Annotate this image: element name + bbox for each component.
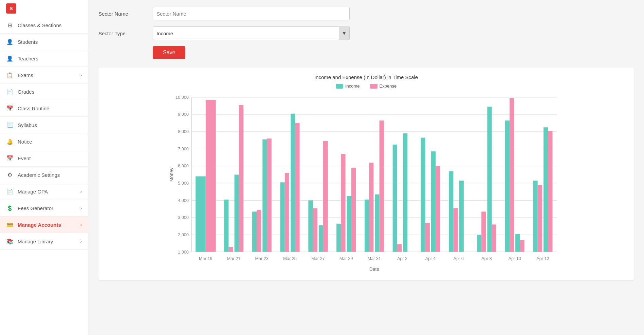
sidebar-icon-classes-sections: ⊞ [6, 21, 14, 29]
sector-name-label: Sector Name [98, 11, 153, 17]
sector-type-select[interactable]: Income Expense [153, 26, 350, 40]
sidebar-item-manage-accounts[interactable]: 💳 Manage Accounts › [0, 217, 88, 233]
svg-rect-45 [347, 196, 351, 252]
svg-text:10,000: 10,000 [176, 95, 189, 100]
svg-text:Money: Money [169, 168, 174, 182]
svg-rect-31 [267, 138, 272, 252]
sidebar-label-syllabus: Syllabus [18, 122, 37, 128]
svg-rect-63 [453, 208, 458, 252]
save-button[interactable]: Save [153, 46, 185, 59]
sidebar-label-grades: Grades [18, 89, 34, 95]
svg-rect-51 [380, 120, 384, 252]
svg-rect-35 [291, 114, 295, 252]
sidebar-chevron-fees-generator: › [80, 206, 82, 211]
chart-container: Income and Expense (In Dollar) in Time S… [98, 68, 634, 280]
svg-rect-34 [285, 173, 289, 252]
sidebar-item-syllabus[interactable]: 📃 Syllabus [0, 117, 88, 133]
svg-text:Apr 12: Apr 12 [536, 256, 549, 261]
sidebar-item-exams[interactable]: 📋 Exams › [0, 67, 88, 83]
svg-rect-53 [393, 145, 397, 252]
legend-expense: Expense [370, 83, 397, 89]
svg-text:Apr 10: Apr 10 [508, 256, 521, 261]
sidebar-label-exams: Exams [18, 72, 33, 78]
svg-rect-40 [319, 225, 323, 252]
svg-rect-23 [224, 200, 228, 252]
svg-rect-76 [533, 181, 537, 252]
chart-area: 1,0002,0003,0004,0005,0006,0007,0008,000… [105, 94, 627, 274]
sidebar-icon-grades: 📄 [6, 88, 14, 95]
bar-chart-svg: 1,0002,0003,0004,0005,0006,0007,0008,000… [105, 94, 627, 274]
sidebar-chevron-manage-gpa: › [80, 189, 82, 194]
svg-rect-38 [308, 200, 313, 252]
sidebar-icon-manage-library: 📚 [6, 238, 14, 245]
svg-rect-21 [206, 100, 216, 252]
sector-type-wrapper: Income Expense ▼ [153, 26, 350, 40]
svg-text:Apr 8: Apr 8 [481, 256, 492, 261]
svg-rect-74 [520, 240, 524, 252]
sidebar-item-event[interactable]: 📅 Event [0, 150, 88, 167]
sidebar-item-manage-gpa[interactable]: 📄 Manage GPA › [0, 183, 88, 200]
svg-rect-36 [295, 123, 299, 252]
sidebar-label-classes-sections: Classes & Sections [18, 22, 61, 28]
sidebar-icon-manage-accounts: 💳 [6, 221, 14, 228]
sidebar-label-notice: Notice [18, 139, 32, 145]
svg-text:Apr 2: Apr 2 [397, 256, 407, 261]
svg-rect-72 [510, 98, 514, 252]
svg-text:2,000: 2,000 [178, 232, 189, 237]
sidebar-item-classes-sections[interactable]: ⊞ Classes & Sections [0, 17, 88, 34]
sidebar-icon-class-routine: 📅 [6, 105, 14, 112]
sidebar-item-manage-library[interactable]: 📚 Manage Library › [0, 233, 88, 250]
svg-rect-28 [252, 211, 257, 252]
svg-text:Mar 27: Mar 27 [311, 256, 325, 261]
sidebar-icon-fees-generator: 💲 [6, 204, 14, 212]
sidebar-icon-teachers: 👤 [6, 55, 14, 62]
svg-rect-58 [425, 223, 430, 252]
sidebar-logo: S [0, 0, 88, 17]
svg-text:5,000: 5,000 [178, 181, 189, 186]
sidebar-item-class-routine[interactable]: 📅 Class Routine [0, 100, 88, 117]
sidebar-chevron-manage-library: › [80, 239, 82, 244]
sidebar-label-fees-generator: Fees Generator [18, 205, 53, 211]
svg-text:Mar 25: Mar 25 [283, 256, 297, 261]
svg-rect-73 [515, 234, 520, 252]
svg-rect-49 [369, 163, 373, 252]
sidebar-label-manage-library: Manage Library [18, 239, 53, 244]
sidebar-item-students[interactable]: 👤 Students [0, 34, 88, 50]
svg-text:Mar 23: Mar 23 [255, 256, 269, 261]
svg-rect-67 [481, 211, 486, 252]
legend-income-label: Income [345, 83, 360, 89]
sidebar-chevron-manage-accounts: › [80, 222, 82, 227]
svg-rect-46 [351, 168, 356, 252]
svg-rect-66 [477, 235, 481, 252]
sidebar-item-teachers[interactable]: 👤 Teachers [0, 50, 88, 67]
svg-rect-41 [323, 141, 328, 252]
svg-rect-20 [196, 176, 206, 252]
sector-type-group: Sector Type Income Expense ▼ [98, 26, 634, 40]
svg-rect-33 [280, 182, 285, 252]
legend-expense-label: Expense [380, 83, 397, 89]
svg-text:Apr 4: Apr 4 [425, 256, 436, 261]
svg-rect-50 [375, 194, 379, 252]
sector-name-input[interactable] [153, 7, 350, 20]
svg-rect-69 [492, 224, 496, 252]
svg-text:Mar 19: Mar 19 [199, 256, 213, 261]
svg-text:9,000: 9,000 [178, 112, 189, 117]
sidebar-icon-exams: 📋 [6, 71, 14, 79]
sidebar-item-grades[interactable]: 📄 Grades [0, 83, 88, 100]
legend-income: Income [336, 83, 360, 89]
sidebar-item-academic-settings[interactable]: ⚙ Academic Settings [0, 167, 88, 183]
svg-rect-24 [228, 247, 233, 252]
sidebar-item-fees-generator[interactable]: 💲 Fees Generator › [0, 200, 88, 217]
sidebar-item-notice[interactable]: 🔔 Notice [0, 133, 88, 150]
svg-text:Mar 29: Mar 29 [339, 256, 353, 261]
svg-rect-60 [436, 166, 440, 252]
svg-rect-55 [403, 133, 407, 252]
sidebar-icon-students: 👤 [6, 38, 14, 45]
sector-name-group: Sector Name [98, 7, 634, 20]
svg-text:Mar 21: Mar 21 [227, 256, 241, 261]
svg-text:1,000: 1,000 [178, 249, 189, 255]
sidebar-icon-event: 📅 [6, 154, 14, 162]
chart-legend: Income Expense [105, 83, 627, 89]
svg-text:8,000: 8,000 [178, 129, 189, 134]
sidebar-icon-syllabus: 📃 [6, 121, 14, 129]
